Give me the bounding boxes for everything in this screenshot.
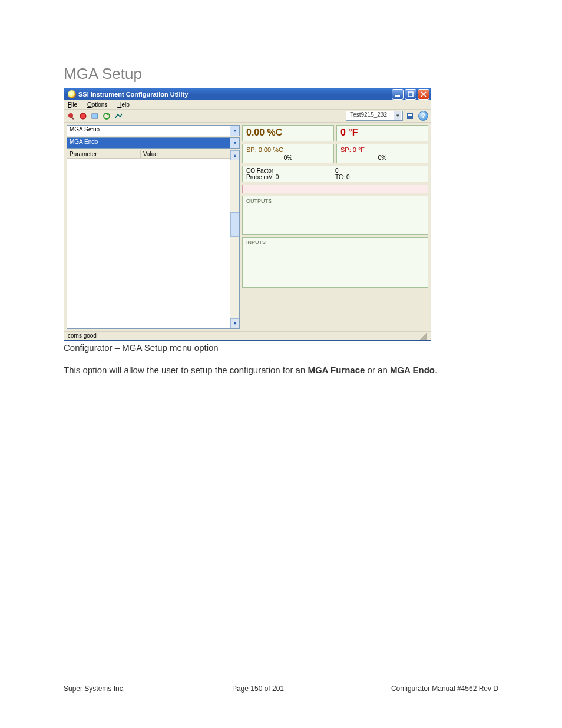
close-button[interactable]: [418, 89, 429, 100]
svg-point-6: [104, 113, 110, 119]
resize-grip-icon[interactable]: [419, 332, 427, 340]
svg-rect-8: [408, 114, 412, 116]
window-titlebar[interactable]: SSi Instrument Configuration Utility: [64, 88, 431, 100]
maximize-button[interactable]: [405, 89, 416, 100]
app-window: SSi Instrument Configuration Utility Fil…: [64, 88, 431, 341]
parameter-grid[interactable]: Parameter Value ▴ ▾: [67, 150, 240, 329]
svg-rect-1: [408, 92, 413, 97]
tool-icon-4[interactable]: [102, 111, 111, 121]
carbon-sp-panel: SP: 0.00 %C 0%: [242, 144, 334, 163]
svg-rect-0: [395, 95, 400, 97]
menu-bar: File Options Help: [64, 100, 431, 110]
minimize-button[interactable]: [392, 89, 404, 100]
tool-icon-5[interactable]: [114, 111, 123, 121]
alarm-bar: [242, 185, 428, 193]
toolbar: Test9215_232 ?: [64, 110, 431, 123]
probe-status-panel: CO Factor Probe mV: 0 0 TC: 0: [242, 166, 428, 182]
status-text: coms good: [68, 332, 97, 340]
svg-point-4: [80, 113, 86, 119]
tool-icon-2[interactable]: [78, 111, 88, 121]
temp-readout: 0 °F: [336, 125, 428, 141]
col-parameter[interactable]: Parameter: [67, 150, 141, 158]
subcategory-combo-text: MGA Endo: [67, 138, 230, 148]
app-icon: [68, 90, 76, 98]
intro-paragraph: This option will allow the user to setup…: [64, 364, 498, 376]
outputs-panel: OUTPUTS: [242, 196, 428, 235]
page-title: MGA Setup: [64, 65, 498, 83]
category-combo-text: MGA Setup: [67, 126, 230, 136]
tool-icon-1[interactable]: [67, 111, 76, 121]
menu-help[interactable]: Help: [117, 101, 130, 108]
help-icon[interactable]: ?: [418, 111, 428, 121]
scroll-thumb[interactable]: [230, 212, 239, 237]
chevron-down-icon[interactable]: ▾: [230, 138, 239, 148]
footer-left: Super Systems Inc.: [64, 684, 125, 693]
scroll-down-icon[interactable]: ▾: [230, 318, 239, 328]
carbon-readout: 0.00 %C: [242, 125, 334, 141]
save-icon[interactable]: [405, 111, 415, 121]
grid-header: Parameter Value: [67, 150, 239, 159]
inputs-panel: INPUTS: [242, 237, 428, 288]
figure-caption: Configurator – MGA Setup menu option: [64, 342, 498, 353]
page-footer: Super Systems Inc. Page 150 of 201 Confi…: [64, 684, 498, 693]
svg-rect-3: [71, 117, 74, 120]
category-combo[interactable]: MGA Setup ▾: [67, 125, 240, 136]
chevron-down-icon[interactable]: ▾: [230, 126, 239, 136]
menu-file[interactable]: File: [68, 101, 77, 108]
scrollbar[interactable]: ▴ ▾: [230, 150, 239, 328]
footer-center: Page 150 of 201: [232, 684, 284, 693]
footer-right: Configurator Manual #4562 Rev D: [391, 684, 498, 693]
subcategory-combo[interactable]: MGA Endo ▾: [67, 137, 240, 149]
device-selector[interactable]: Test9215_232: [346, 111, 403, 121]
svg-rect-5: [92, 114, 98, 118]
temp-sp-panel: SP: 0 °F 0%: [336, 144, 428, 163]
status-bar: coms good: [64, 331, 431, 340]
tool-icon-3[interactable]: [90, 111, 100, 121]
col-value[interactable]: Value: [141, 150, 239, 158]
menu-options[interactable]: Options: [87, 101, 107, 108]
window-title: SSi Instrument Configuration Utility: [78, 91, 392, 98]
